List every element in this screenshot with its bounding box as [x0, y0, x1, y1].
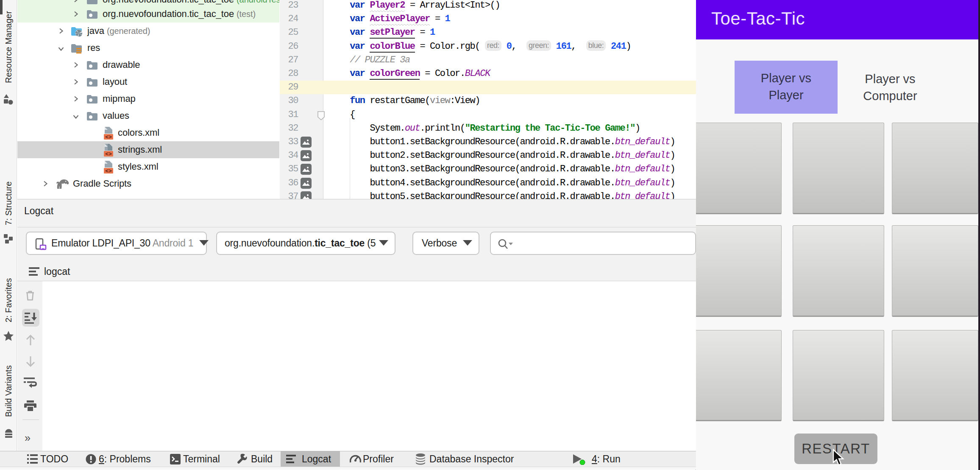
svg-text:<>: <> [105, 134, 112, 140]
svg-text:<>: <> [105, 168, 112, 173]
svg-text:<>: <> [105, 151, 112, 157]
